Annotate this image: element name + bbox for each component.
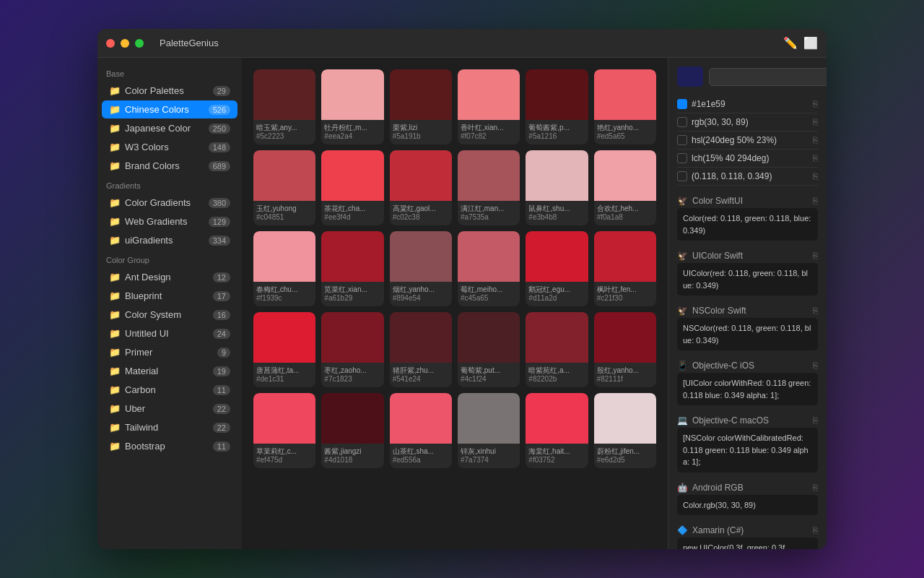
color-card[interactable]: 牡丹粉红,m... #eea2a4	[321, 69, 383, 144]
color-card[interactable]: 葡萄紫,put... #4c1f24	[458, 312, 520, 387]
copy-button[interactable]: ⎘	[813, 196, 818, 206]
code-section-header: 📱 Objective-C iOS ⎘	[677, 356, 818, 373]
color-swatch	[253, 150, 315, 201]
sidebar-item-label: Ant Design	[125, 272, 209, 282]
color-card[interactable]: 满江红,man... #a7535a	[458, 150, 520, 225]
color-card[interactable]: 香叶红,xian... #f07c82	[458, 69, 520, 144]
color-card[interactable]: 茶花红,cha... #ee3f4d	[321, 150, 383, 225]
sidebar-item-brandcolors[interactable]: 📁 Brand Colors 689	[102, 157, 237, 175]
color-card[interactable]: 猪肝紫,zhu... #541e24	[390, 312, 452, 387]
color-card[interactable]: 合欢红,heh... #f0a1a8	[594, 150, 656, 225]
copy-button[interactable]: ⎘	[813, 306, 818, 316]
sidebar-item-blueprint[interactable]: 📁 Blueprint 17	[102, 287, 237, 305]
sidebar-item-antdesign[interactable]: 📁 Ant Design 12	[102, 268, 237, 286]
color-preview-row: #1e1e59	[677, 66, 818, 87]
copy-icon[interactable]: ⎘	[813, 99, 818, 109]
color-card[interactable]: 烟红,yanho... #894e54	[390, 231, 452, 306]
color-hex-value: #ef475d	[256, 456, 313, 464]
maximize-button[interactable]	[135, 39, 144, 48]
layout-icon[interactable]: ⬜	[803, 36, 818, 50]
color-hex-value: #7c1823	[324, 375, 380, 383]
color-swatch	[390, 231, 452, 282]
sidebar-item-label: Bootstrap	[125, 441, 209, 452]
color-card[interactable]: 草茉莉红,c... #ef475d	[253, 393, 315, 468]
sidebar-item-colorpalettes[interactable]: 📁 Color Palettes 29	[102, 82, 237, 100]
copy-icon[interactable]: ⎘	[813, 117, 818, 127]
copy-button[interactable]: ⎘	[813, 251, 818, 261]
color-card[interactable]: 蔚粉红,jifen... #e6d2d5	[594, 393, 656, 468]
close-button[interactable]	[106, 39, 115, 48]
color-name: 高粱红,gaol...	[393, 204, 449, 213]
color-card[interactable]: 艳红,yanho... #ed5a65	[594, 69, 656, 144]
color-card[interactable]: 玉红,yuhong #c04851	[253, 150, 315, 225]
value-row: lch(15% 40 294deg) ⎘	[677, 150, 818, 168]
color-name: 蔚粉红,jifen...	[597, 447, 653, 456]
edit-icon[interactable]: ✏️	[783, 36, 798, 50]
sidebar-item-uigradients[interactable]: 📁 uiGradients 334	[102, 231, 237, 249]
sidebar-item-w3colors[interactable]: 📁 W3 Colors 148	[102, 138, 237, 156]
color-card[interactable]: 殷红,yanho... #82111f	[594, 312, 656, 387]
value-checkbox[interactable]	[677, 153, 687, 163]
color-info: 香叶红,xian... #f07c82	[458, 120, 520, 144]
color-swatch	[321, 231, 383, 282]
color-card[interactable]: 酱紫,jiangzi #4d1018	[321, 393, 383, 468]
folder-icon: 📁	[109, 441, 121, 452]
color-hex-value: #d11a2d	[528, 294, 585, 302]
sidebar: Base 📁 Color Palettes 29📁 Chinese Colors…	[97, 58, 242, 549]
sidebar-item-label: W3 Colors	[125, 142, 204, 152]
sidebar-item-webgradients[interactable]: 📁 Web Gradients 129	[102, 212, 237, 230]
color-card[interactable]: 唐菖蒲红,ta... #de1c31	[253, 312, 315, 387]
copy-button[interactable]: ⎘	[813, 483, 818, 493]
sidebar-item-untitledui[interactable]: 📁 Untitled UI 24	[102, 324, 237, 342]
value-checkbox[interactable]	[677, 117, 687, 127]
sidebar-item-label: Carbon	[125, 384, 209, 395]
minimize-button[interactable]	[121, 39, 129, 48]
color-card[interactable]: 莓红,meiho... #c45a65	[458, 231, 520, 306]
color-card[interactable]: 暗紫苑红,a... #82202b	[526, 312, 588, 387]
sidebar-item-colorgradients[interactable]: 📁 Color Gradients 380	[102, 194, 237, 212]
color-info: 枫叶红,fen... #c21f30	[594, 282, 656, 306]
color-card[interactable]: 暗玉紫,any... #5c2223	[253, 69, 315, 144]
sidebar-item-japanesecolor[interactable]: 📁 Japanese Color 250	[102, 119, 237, 137]
color-card[interactable]: 鹅冠红,egu... #d11a2d	[526, 231, 588, 306]
color-card[interactable]: 海棠红,hait... #f03752	[526, 393, 588, 468]
sidebar-item-uber[interactable]: 📁 Uber 22	[102, 400, 237, 418]
color-info: 茶花红,cha... #ee3f4d	[321, 201, 383, 225]
sidebar-item-colorsystem[interactable]: 📁 Color System 16	[102, 306, 237, 324]
color-card[interactable]: 春梅红,chu... #f1939c	[253, 231, 315, 306]
color-hex-value: #7a7374	[461, 456, 517, 464]
color-name: 草茉莉红,c...	[256, 447, 313, 456]
copy-button[interactable]: ⎘	[813, 525, 818, 535]
sidebar-item-carbon[interactable]: 📁 Carbon 11	[102, 381, 237, 399]
sidebar-item-material[interactable]: 📁 Material 19	[102, 362, 237, 380]
color-card[interactable]: 锌灰,xinhui #7a7374	[458, 393, 520, 468]
sidebar-item-count: 17	[213, 291, 230, 301]
sidebar-item-tailwind[interactable]: 📁 Tailwind 22	[102, 418, 237, 436]
code-section-header: 🦅 Color SwiftUI ⎘	[677, 191, 818, 208]
copy-icon[interactable]: ⎘	[813, 135, 818, 145]
color-hex-input[interactable]: #1e1e59	[709, 68, 827, 86]
color-swatch	[321, 312, 383, 363]
color-card[interactable]: 鼠鼻红,shu... #e3b4b8	[526, 150, 588, 225]
color-swatch	[458, 312, 520, 363]
sidebar-item-bootstrap[interactable]: 📁 Bootstrap 11	[102, 437, 237, 455]
platform-icon: 🦅	[677, 196, 688, 206]
color-card[interactable]: 苋菜红,xian... #a61b29	[321, 231, 383, 306]
value-checkbox[interactable]	[677, 135, 687, 145]
color-card[interactable]: 栗紫,lizi #5a191b	[390, 69, 452, 144]
value-checkbox[interactable]	[677, 99, 687, 109]
copy-button[interactable]: ⎘	[813, 415, 818, 426]
color-card[interactable]: 葡萄酱紫,p... #5a1216	[526, 69, 588, 144]
color-info: 枣红,zaoho... #7c1823	[321, 363, 383, 387]
value-checkbox[interactable]	[677, 171, 687, 181]
color-info: 玉红,yuhong #c04851	[253, 201, 315, 225]
color-card[interactable]: 高粱红,gaol... #c02c38	[390, 150, 452, 225]
color-card[interactable]: 枫叶红,fen... #c21f30	[594, 231, 656, 306]
sidebar-item-primer[interactable]: 📁 Primer 9	[102, 343, 237, 361]
copy-icon[interactable]: ⎘	[813, 153, 818, 163]
color-card[interactable]: 山茶红,sha... #ed556a	[390, 393, 452, 468]
color-card[interactable]: 枣红,zaoho... #7c1823	[321, 312, 383, 387]
copy-icon[interactable]: ⎘	[813, 171, 818, 181]
copy-button[interactable]: ⎘	[813, 361, 818, 371]
sidebar-item-chinesecolors[interactable]: 📁 Chinese Colors 526	[102, 100, 237, 118]
